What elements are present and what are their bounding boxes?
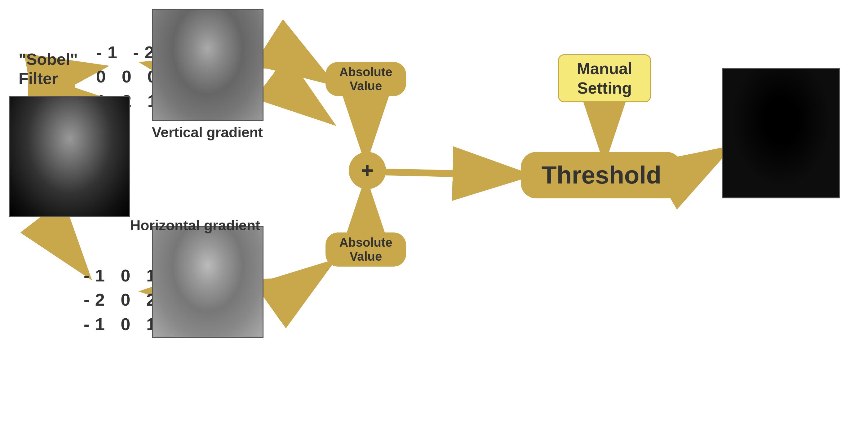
horizontal-gradient-label: Horizontal gradient	[130, 217, 260, 234]
sobel-filter-label: "Sobel" Filter	[19, 50, 78, 88]
vertical-gradient-image	[152, 9, 264, 121]
absolute-value-box-bottom: Absolute Value	[326, 233, 406, 267]
horizontal-gradient-image	[152, 226, 264, 338]
absolute-value-box-top: Absolute Value	[326, 62, 406, 96]
vertical-gradient-label: Vertical gradient	[152, 124, 263, 141]
sobel-matrix-horizontal: -1 0 1 -2 0 2 -1 0 1	[84, 264, 161, 336]
output-edge-image	[722, 68, 840, 198]
face-input-image	[9, 96, 130, 217]
diagram-container: "Sobel" Filter -1 -2 -1 0 0 0 1 2 1 Vert…	[0, 0, 868, 429]
threshold-box: Threshold	[521, 152, 682, 198]
manual-setting-box: Manual Setting	[558, 54, 651, 102]
plus-circle: +	[349, 152, 386, 189]
